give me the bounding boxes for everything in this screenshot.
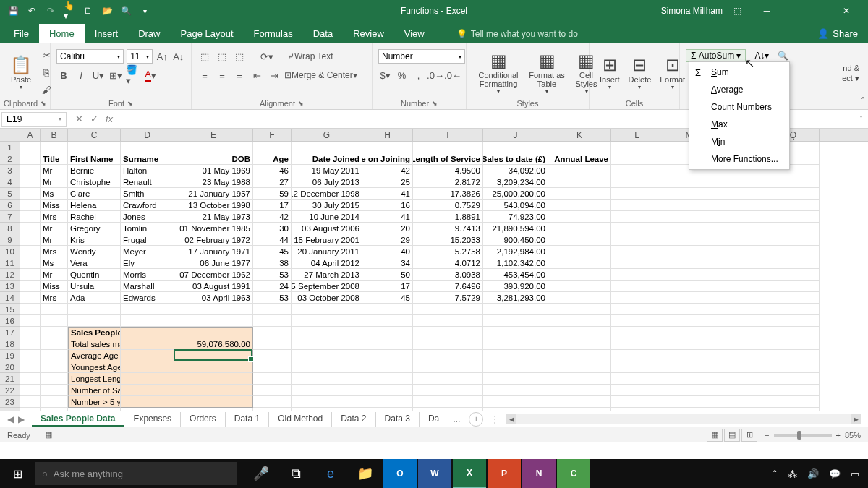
cell[interactable]: 1,102,342.00 xyxy=(483,257,548,269)
cell[interactable]: Sales to date (£) xyxy=(483,153,548,165)
autosum-max[interactable]: Max xyxy=(689,116,789,133)
cell[interactable]: 06 July 2013 xyxy=(292,176,362,188)
cell[interactable]: Mrs xyxy=(41,246,68,257)
cell[interactable]: Miss xyxy=(41,281,68,292)
cell[interactable] xyxy=(253,361,292,373)
cell[interactable]: Number > 5 years xyxy=(68,396,121,408)
cell[interactable]: 4.9500 xyxy=(413,165,483,176)
cell[interactable] xyxy=(20,223,41,234)
shrink-font-icon[interactable]: A↓ xyxy=(172,49,185,64)
cell[interactable]: Morris xyxy=(121,269,174,281)
maximize-button[interactable]: ◻ xyxy=(792,0,821,22)
merge-center-button[interactable]: ⊡ Merge & Center ▾ xyxy=(284,68,357,82)
cell[interactable] xyxy=(663,246,715,257)
sheet-nav-prev-icon[interactable]: ◀ xyxy=(7,414,14,424)
cell[interactable] xyxy=(121,304,174,315)
row-header-14[interactable]: 14 xyxy=(0,292,20,304)
cell[interactable] xyxy=(483,304,548,315)
cell[interactable] xyxy=(41,327,68,338)
cell[interactable]: First Name xyxy=(68,153,121,165)
cell[interactable]: Total sales made to date xyxy=(68,338,121,350)
sheet-tab[interactable]: Data 3 xyxy=(376,412,420,427)
cell[interactable]: Christophe xyxy=(68,176,121,188)
cell[interactable]: 900,450.00 xyxy=(483,234,548,246)
zoom-level[interactable]: 85% xyxy=(845,431,861,440)
cell[interactable]: Annual Leave xyxy=(548,153,611,165)
page-break-view-icon[interactable]: ⊞ xyxy=(741,429,757,442)
sheet-tab[interactable]: Data 1 xyxy=(226,412,269,427)
cell[interactable] xyxy=(767,211,820,223)
cell[interactable]: 34,092.00 xyxy=(483,165,548,176)
cell[interactable] xyxy=(174,408,253,411)
cell[interactable] xyxy=(767,234,820,246)
align-top-icon[interactable]: ⬚ xyxy=(197,49,212,64)
cell[interactable]: 41 xyxy=(362,211,413,223)
cell[interactable] xyxy=(715,269,767,281)
cell[interactable] xyxy=(715,315,767,327)
cell[interactable]: 15.2033 xyxy=(413,234,483,246)
cell[interactable] xyxy=(548,176,611,188)
tab-home[interactable]: Home xyxy=(39,24,85,43)
fx-icon[interactable]: fx xyxy=(106,114,113,124)
cell[interactable]: 27 March 2013 xyxy=(292,269,362,281)
macro-record-icon[interactable]: ▦ xyxy=(45,430,52,440)
cell[interactable] xyxy=(548,361,611,373)
cell[interactable]: 7.6496 xyxy=(413,281,483,292)
row-header-12[interactable]: 12 xyxy=(0,269,20,281)
sort-filter-button[interactable]: A↓▾ xyxy=(754,51,769,61)
cell[interactable] xyxy=(548,304,611,315)
cell[interactable]: 543,094.00 xyxy=(483,200,548,211)
cell[interactable] xyxy=(20,315,41,327)
cell[interactable]: 17.3826 xyxy=(413,188,483,200)
cell[interactable] xyxy=(253,385,292,396)
cell[interactable] xyxy=(663,385,715,396)
cell[interactable]: Marshall xyxy=(121,281,174,292)
cell[interactable] xyxy=(253,327,292,338)
cell[interactable] xyxy=(174,373,253,385)
cell[interactable] xyxy=(663,327,715,338)
cell[interactable]: Quentin xyxy=(68,269,121,281)
cell[interactable] xyxy=(715,281,767,292)
cell[interactable]: Meyer xyxy=(121,246,174,257)
cell[interactable] xyxy=(663,223,715,234)
cell[interactable]: 3.0938 xyxy=(413,269,483,281)
edge-icon[interactable]: e xyxy=(314,459,347,488)
tray-up-icon[interactable]: ˄ xyxy=(773,468,778,479)
cell[interactable] xyxy=(611,350,663,361)
cell[interactable] xyxy=(362,327,413,338)
align-middle-icon[interactable]: ⬚ xyxy=(215,49,229,64)
cell[interactable] xyxy=(715,200,767,211)
cell[interactable]: Longest Length of Service xyxy=(68,373,121,385)
horizontal-scrollbar[interactable]: ◀ ▶ xyxy=(506,414,861,424)
cell[interactable] xyxy=(611,361,663,373)
cell[interactable]: Mr xyxy=(41,176,68,188)
cell[interactable]: Ada xyxy=(68,292,121,304)
page-layout-view-icon[interactable]: ▤ xyxy=(724,429,740,442)
mic-icon[interactable]: 🎤 xyxy=(244,459,278,488)
cell[interactable] xyxy=(292,350,362,361)
cell[interactable] xyxy=(362,385,413,396)
cell[interactable] xyxy=(611,292,663,304)
col-header-I[interactable]: I xyxy=(413,129,483,141)
cell[interactable] xyxy=(413,304,483,315)
word-icon[interactable]: W xyxy=(418,459,451,488)
cell[interactable] xyxy=(611,338,663,350)
cell[interactable]: Average Age xyxy=(68,350,121,361)
sheets-overflow[interactable]: ... xyxy=(448,414,464,424)
cell[interactable]: 25 xyxy=(362,176,413,188)
powerpoint-icon[interactable]: P xyxy=(488,459,521,488)
zoom-slider[interactable] xyxy=(774,434,832,437)
cell[interactable] xyxy=(611,211,663,223)
cell[interactable] xyxy=(611,269,663,281)
cell[interactable] xyxy=(611,281,663,292)
cell[interactable] xyxy=(253,142,292,153)
cell[interactable] xyxy=(663,234,715,246)
cell[interactable]: 25,000,200.00 xyxy=(483,188,548,200)
cell[interactable] xyxy=(20,327,41,338)
cell[interactable] xyxy=(292,315,362,327)
cell[interactable] xyxy=(253,396,292,408)
cell[interactable] xyxy=(767,281,820,292)
cell[interactable] xyxy=(41,304,68,315)
cell[interactable] xyxy=(767,304,820,315)
cell[interactable] xyxy=(663,292,715,304)
